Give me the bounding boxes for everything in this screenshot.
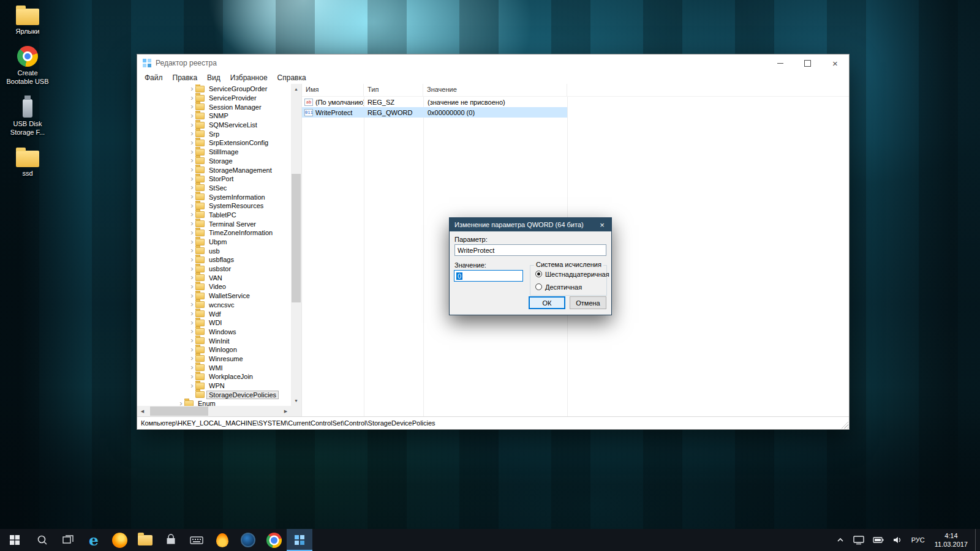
taskbar-explorer-icon[interactable] bbox=[132, 529, 158, 551]
column-header-тип[interactable]: Тип bbox=[364, 84, 423, 96]
taskbar-regedit-icon[interactable] bbox=[287, 529, 312, 551]
expand-arrow-icon[interactable]: › bbox=[189, 363, 195, 371]
radio-шестнадцатеричная[interactable]: Шестнадцатеричная bbox=[535, 269, 606, 279]
menu-вид[interactable]: Вид bbox=[202, 73, 225, 82]
display-icon[interactable] bbox=[849, 529, 869, 551]
tree-item-storagedevicepolicies[interactable]: StorageDevicePolicies bbox=[137, 390, 291, 399]
expand-arrow-icon[interactable]: › bbox=[189, 354, 195, 362]
tree-item-van[interactable]: ›VAN bbox=[137, 273, 291, 282]
language-indicator[interactable]: РУС bbox=[907, 536, 930, 544]
expand-arrow-icon[interactable]: › bbox=[178, 399, 184, 406]
tree-item-snmp[interactable]: ›SNMP bbox=[137, 111, 291, 121]
expand-arrow-icon[interactable]: › bbox=[189, 246, 195, 254]
taskbar-firefox-icon[interactable] bbox=[107, 529, 132, 551]
expand-arrow-icon[interactable]: › bbox=[189, 156, 195, 164]
tree-item-storage[interactable]: ›Storage bbox=[137, 157, 291, 166]
expand-arrow-icon[interactable]: › bbox=[189, 381, 195, 389]
taskbar-flame-icon[interactable] bbox=[209, 529, 235, 551]
tree-horizontal-scrollbar[interactable]: ◀ ▶ bbox=[137, 406, 291, 416]
tree-item-storport[interactable]: ›StorPort bbox=[137, 174, 291, 184]
tree-item-winresume[interactable]: ›Winresume bbox=[137, 354, 291, 364]
resize-grip-icon[interactable] bbox=[840, 421, 848, 429]
tree-item-usbflags[interactable]: ›usbflags bbox=[137, 255, 291, 264]
tree-item-wininit[interactable]: ›WinInit bbox=[137, 336, 291, 345]
expand-arrow-icon[interactable]: › bbox=[189, 192, 195, 200]
scroll-left-icon[interactable]: ◀ bbox=[137, 406, 148, 416]
taskbar-disc-icon[interactable] bbox=[235, 529, 261, 551]
expand-arrow-icon[interactable]: › bbox=[189, 327, 195, 335]
tree-item-windows[interactable]: ›Windows bbox=[137, 328, 291, 337]
expand-arrow-icon[interactable]: › bbox=[189, 345, 195, 353]
tree-item-stillimage[interactable]: ›StillImage bbox=[137, 148, 291, 157]
expand-arrow-icon[interactable]: › bbox=[189, 102, 195, 110]
taskbar-search-icon[interactable] bbox=[29, 529, 55, 551]
taskbar-chrome-icon[interactable] bbox=[261, 529, 287, 551]
show-desktop-button[interactable] bbox=[975, 529, 979, 551]
tree-item-sqmservicelist[interactable]: ›SQMServiceList bbox=[137, 121, 291, 130]
tree-vscroll-thumb[interactable] bbox=[292, 174, 301, 302]
expand-arrow-icon[interactable]: › bbox=[189, 372, 195, 380]
tree-hscroll-track[interactable] bbox=[148, 406, 281, 416]
tree-item-wcncsvc[interactable]: ›wcncsvc bbox=[137, 301, 291, 310]
tree-vertical-scrollbar[interactable]: ▲ ▼ bbox=[291, 84, 301, 406]
tree-item-systemresources[interactable]: ›SystemResources bbox=[137, 201, 291, 211]
tree-vscroll-track[interactable] bbox=[291, 94, 301, 395]
tree-item-timezoneinformation[interactable]: ›TimeZoneInformation bbox=[137, 228, 291, 238]
ok-button[interactable]: ОК bbox=[529, 296, 565, 309]
value-row-writeprotect[interactable]: 011WriteProtectREG_QWORD0x00000000 (0) bbox=[302, 107, 567, 118]
expand-arrow-icon[interactable]: › bbox=[189, 264, 195, 272]
tray-expand-chevron-icon[interactable] bbox=[832, 529, 849, 551]
scroll-down-icon[interactable]: ▼ bbox=[291, 395, 301, 406]
expand-arrow-icon[interactable]: › bbox=[189, 201, 195, 209]
expand-arrow-icon[interactable]: › bbox=[189, 111, 195, 119]
tree-item-srp[interactable]: ›Srp bbox=[137, 129, 291, 138]
menu-правка[interactable]: Правка bbox=[168, 73, 203, 82]
column-header-имя[interactable]: Имя bbox=[302, 84, 364, 96]
tree-item-wdf[interactable]: ›Wdf bbox=[137, 309, 291, 318]
desktop-icon-create-bootable-usb[interactable]: Create Bootable USB bbox=[4, 46, 51, 86]
menu-избранное[interactable]: Избранное bbox=[225, 73, 273, 82]
expand-arrow-icon[interactable]: › bbox=[189, 174, 195, 182]
taskbar-taskview-icon[interactable] bbox=[55, 529, 81, 551]
tree-item-workplacejoin[interactable]: ›WorkplaceJoin bbox=[137, 372, 291, 381]
expand-arrow-icon[interactable]: › bbox=[189, 255, 195, 263]
tree-item-storagemanagement[interactable]: ›StorageManagement bbox=[137, 165, 291, 174]
tree-item-video[interactable]: ›Video bbox=[137, 282, 291, 291]
tree-item-servicegrouporder[interactable]: ›ServiceGroupOrder bbox=[137, 84, 291, 94]
minimize-button[interactable] bbox=[766, 54, 794, 72]
expand-arrow-icon[interactable]: › bbox=[189, 94, 195, 102]
tree-item-usbstor[interactable]: ›usbstor bbox=[137, 264, 291, 274]
close-button[interactable]: × bbox=[821, 54, 849, 72]
tree-item-wdi[interactable]: ›WDI bbox=[137, 318, 291, 328]
tree-item-systeminformation[interactable]: ›SystemInformation bbox=[137, 192, 291, 201]
expand-arrow-icon[interactable]: › bbox=[189, 309, 195, 317]
tree-item-tabletpc[interactable]: ›TabletPC bbox=[137, 211, 291, 220]
expand-arrow-icon[interactable]: › bbox=[189, 291, 195, 299]
scroll-up-icon[interactable]: ▲ bbox=[291, 84, 301, 94]
desktop-icon-ярлыки[interactable]: Ярлыки bbox=[4, 5, 51, 36]
desktop-icon-ssd[interactable]: ssd bbox=[4, 147, 51, 178]
expand-arrow-icon[interactable]: › bbox=[189, 210, 195, 218]
tree-item-serviceprovider[interactable]: ›ServiceProvider bbox=[137, 94, 291, 103]
tree-item-session-manager[interactable]: ›Session Manager bbox=[137, 102, 291, 111]
expand-arrow-icon[interactable]: › bbox=[189, 273, 195, 281]
expand-arrow-icon[interactable]: › bbox=[189, 183, 195, 191]
expand-arrow-icon[interactable]: › bbox=[189, 336, 195, 344]
menu-файл[interactable]: Файл bbox=[140, 73, 168, 82]
tree-item-winlogon[interactable]: ›Winlogon bbox=[137, 345, 291, 354]
expand-arrow-icon[interactable]: › bbox=[189, 165, 195, 173]
expand-arrow-icon[interactable]: › bbox=[189, 219, 195, 227]
expand-arrow-icon[interactable]: › bbox=[189, 129, 195, 137]
tree-item-wmi[interactable]: ›WMI bbox=[137, 363, 291, 372]
taskbar-store-icon[interactable] bbox=[158, 529, 184, 551]
scroll-right-icon[interactable]: ▶ bbox=[281, 406, 291, 416]
column-header-значение[interactable]: Значение bbox=[423, 84, 567, 96]
expand-arrow-icon[interactable]: › bbox=[189, 282, 195, 290]
expand-arrow-icon[interactable]: › bbox=[189, 148, 195, 156]
taskbar-start-button[interactable] bbox=[0, 529, 29, 551]
expand-arrow-icon[interactable]: › bbox=[189, 121, 195, 129]
tree-item-srpextensionconfig[interactable]: ›SrpExtensionConfig bbox=[137, 138, 291, 148]
tree-item-stsec[interactable]: ›StSec bbox=[137, 184, 291, 193]
cancel-button[interactable]: Отмена bbox=[570, 296, 606, 309]
taskbar-keyboard-icon[interactable] bbox=[184, 529, 209, 551]
